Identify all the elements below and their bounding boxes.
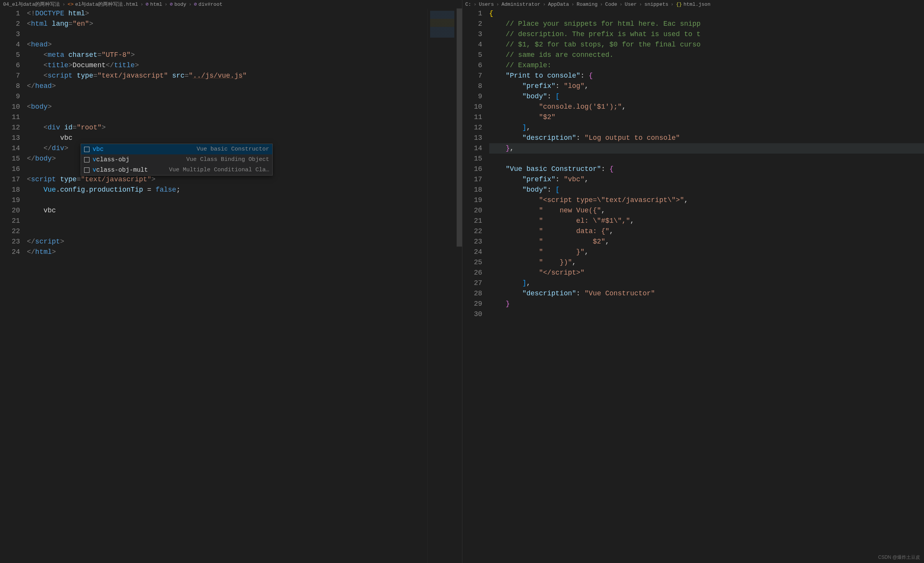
line-number: 19: [0, 195, 20, 205]
code-line[interactable]: // $1, $2 for tab stops, $0 for the fina…: [489, 40, 924, 50]
line-number: 13: [0, 133, 20, 143]
line-number: 12: [462, 123, 482, 133]
line-number: 19: [462, 195, 482, 205]
code-line[interactable]: <div id="root">: [27, 123, 462, 133]
breadcrumb-item[interactable]: C:: [465, 2, 472, 7]
code-line[interactable]: " $2",: [489, 237, 924, 247]
code-line[interactable]: // Example:: [489, 60, 924, 71]
breadcrumbs-right[interactable]: C:›Users›Administrator›AppData›Roaming›C…: [462, 0, 924, 8]
code-line[interactable]: <head>: [27, 40, 462, 50]
line-number: 23: [0, 237, 20, 247]
code-line[interactable]: "<script type=\"text/javascript\">",: [489, 195, 924, 205]
breadcrumb-item[interactable]: AppData: [548, 2, 569, 7]
line-number: 1: [0, 8, 20, 19]
code-line[interactable]: "console.log('$1');",: [489, 102, 924, 112]
code-line[interactable]: <script type="text/javascript" src="../j…: [27, 71, 462, 81]
code-line[interactable]: <script type="text/javascript">: [27, 174, 462, 185]
breadcrumb-item[interactable]: ⊘body: [170, 1, 186, 7]
intellisense-popup[interactable]: vbcVue basic Constructorvclass-objVue Cl…: [81, 144, 273, 176]
editor-right[interactable]: 1234567891011121314151617181920212223242…: [462, 8, 924, 563]
line-number: 5: [462, 50, 482, 60]
breadcrumbs-left[interactable]: 04_el与data的两种写法›<>el与data的两种写法.html›⊘htm…: [0, 0, 462, 8]
code-line[interactable]: <html lang="en">: [27, 19, 462, 29]
code-line[interactable]: " }",: [489, 247, 924, 257]
line-number: 11: [0, 112, 20, 123]
code-line[interactable]: vbc: [27, 205, 462, 216]
code-line[interactable]: "$2": [489, 112, 924, 123]
code-line[interactable]: [27, 195, 462, 205]
line-number: 14: [462, 143, 482, 154]
line-number: 13: [462, 133, 482, 143]
code-line[interactable]: Vue.config.productionTip = false;: [27, 185, 462, 195]
line-number: 10: [462, 102, 482, 112]
code-line[interactable]: "body": [: [489, 185, 924, 195]
code-line[interactable]: </html>: [27, 247, 462, 257]
breadcrumb-item[interactable]: Roaming: [576, 2, 598, 7]
code-line[interactable]: [27, 91, 462, 102]
code-line[interactable]: " })",: [489, 257, 924, 268]
breadcrumb-item[interactable]: User: [625, 2, 637, 7]
code-line[interactable]: // Place your snippets for html here. Ea…: [489, 19, 924, 29]
breadcrumb-item[interactable]: Users: [479, 2, 494, 7]
breadcrumb-item[interactable]: 04_el与data的两种写法: [3, 1, 60, 8]
code-line[interactable]: <meta charset="UTF-8">: [27, 50, 462, 60]
suggest-item[interactable]: vclass-obj-multVue Multiple Conditional …: [81, 165, 272, 175]
line-number: 18: [462, 185, 482, 195]
suggest-name: vclass-obj: [93, 156, 129, 163]
code-line[interactable]: // same ids are connected.: [489, 50, 924, 60]
line-number: 20: [0, 205, 20, 216]
minimap-slider[interactable]: [457, 8, 462, 247]
code-line[interactable]: {: [489, 8, 924, 19]
code-left[interactable]: <!DOCTYPE html><html lang="en"><head> <m…: [27, 8, 462, 563]
code-line[interactable]: "Vue basic Constructor": {: [489, 164, 924, 174]
code-right[interactable]: { // Place your snippets for html here. …: [489, 8, 924, 563]
code-line[interactable]: "description": "Log output to console": [489, 133, 924, 143]
code-line[interactable]: [27, 29, 462, 40]
code-line[interactable]: [27, 112, 462, 123]
line-number: 4: [462, 40, 482, 50]
code-line[interactable]: </script>: [27, 237, 462, 247]
gutter-right: 1234567891011121314151617181920212223242…: [462, 8, 489, 563]
line-number: 25: [462, 257, 482, 268]
line-number: 18: [0, 185, 20, 195]
code-line[interactable]: [489, 154, 924, 164]
code-line[interactable]: " el: \"#$1\",",: [489, 216, 924, 226]
code-line[interactable]: "body": [: [489, 91, 924, 102]
code-line[interactable]: <title>Document</title>: [27, 60, 462, 71]
breadcrumb-item[interactable]: ⊘html: [146, 1, 162, 7]
code-line[interactable]: "</​script>": [489, 268, 924, 278]
code-line[interactable]: },: [489, 143, 924, 154]
minimap-left[interactable]: [427, 8, 462, 563]
editor-left[interactable]: 123456789101112131415161718192021222324 …: [0, 8, 462, 563]
code-line[interactable]: [27, 226, 462, 237]
code-line[interactable]: "Print to console": {: [489, 71, 924, 81]
code-line[interactable]: "prefix": "log",: [489, 81, 924, 91]
line-number: 2: [0, 19, 20, 29]
suggest-item[interactable]: vclass-objVue Class Binding Object: [81, 154, 272, 165]
code-line[interactable]: ],: [489, 123, 924, 133]
breadcrumb-item[interactable]: ⊘div#root: [194, 1, 222, 7]
breadcrumb-item[interactable]: {}html.json: [676, 2, 710, 7]
snippet-icon: [84, 157, 89, 162]
line-number: 15: [0, 154, 20, 164]
breadcrumb-item[interactable]: <>el与data的两种写法.html: [68, 1, 138, 8]
code-line[interactable]: </head>: [27, 81, 462, 91]
code-line[interactable]: [489, 309, 924, 320]
breadcrumb-item[interactable]: Code: [605, 2, 617, 7]
code-line[interactable]: [27, 216, 462, 226]
editor-pane-right: C:›Users›Administrator›AppData›Roaming›C…: [462, 0, 924, 563]
code-line[interactable]: " data: {",: [489, 226, 924, 237]
code-line[interactable]: vbc: [27, 133, 462, 143]
code-line[interactable]: ],: [489, 278, 924, 288]
code-line[interactable]: }: [489, 299, 924, 309]
code-line[interactable]: " new Vue({",: [489, 205, 924, 216]
suggest-item[interactable]: vbcVue basic Constructor: [81, 144, 272, 154]
breadcrumb-item[interactable]: snippets: [644, 2, 668, 7]
code-line[interactable]: // description. The prefix is what is us…: [489, 29, 924, 40]
code-line[interactable]: "prefix": "vbc",: [489, 174, 924, 185]
code-line[interactable]: "description": "Vue Constructor": [489, 288, 924, 299]
code-line[interactable]: <!DOCTYPE html>: [27, 8, 462, 19]
code-line[interactable]: <body>: [27, 102, 462, 112]
line-number: 14: [0, 143, 20, 154]
breadcrumb-item[interactable]: Administrator: [502, 2, 540, 7]
